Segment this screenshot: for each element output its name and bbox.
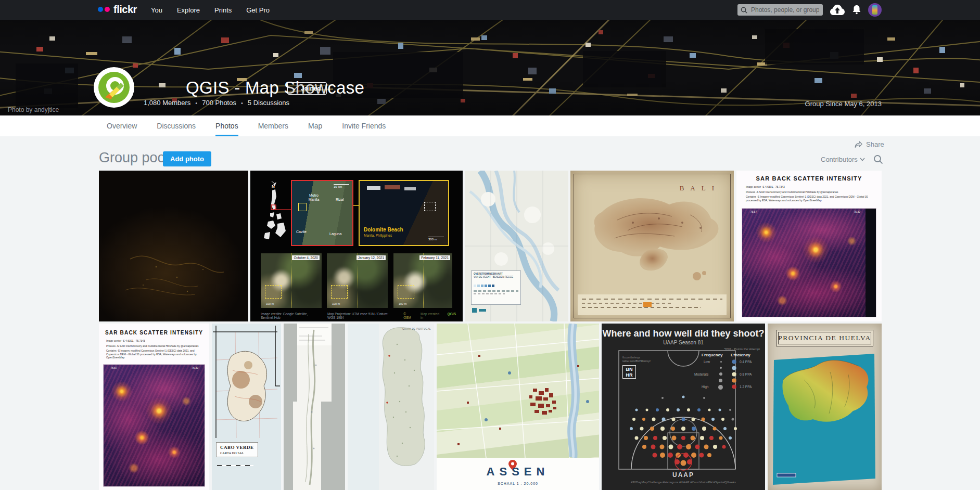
- legend-highlight: [643, 302, 652, 307]
- coord-label: -75.57: [749, 210, 757, 213]
- dolomite-beach-title: Dolomite Beach: [364, 227, 403, 233]
- scale-bar: [217, 465, 253, 466]
- discussions-count[interactable]: 5 Discussions: [248, 99, 289, 107]
- panel-scale: 100 m: [266, 302, 274, 305]
- group-title: QGIS - Map Showcase: [186, 78, 364, 98]
- joined-button[interactable]: ✓ Joined: [287, 82, 327, 95]
- social-links: fb.com/bnhrxyz twitter.com/BNHRdotxyz: [622, 356, 651, 363]
- share-icon: [854, 140, 863, 148]
- contributors-dropdown[interactable]: Contributors: [821, 156, 865, 163]
- nav-item-prints[interactable]: Prints: [214, 6, 232, 14]
- credit-qgis: QGIS: [448, 312, 456, 319]
- shot-chart-subtitle: UAAP Season 81: [602, 340, 765, 345]
- portugal-art: [348, 324, 434, 490]
- legend-04ppa: 0.4 PPA: [740, 360, 752, 364]
- upload-cloud-icon[interactable]: [829, 3, 846, 17]
- search-input[interactable]: [750, 6, 820, 14]
- sar-title: SAR BACK SCATTER INTENSITY: [736, 175, 882, 182]
- credit-projection: Map Projection: UTM zone 51N / Datum: WG…: [327, 312, 396, 319]
- photo-tile-long-coastline-map[interactable]: [284, 324, 345, 490]
- photo-tile-assen[interactable]: ASSEN SCHAAL 1 : 20.000: [437, 324, 599, 490]
- label-metro-manila: Metro Manila: [303, 194, 324, 202]
- sar-line1: Image center -S 4.6301, -75.7343: [746, 185, 871, 189]
- nav-item-explore[interactable]: Explore: [177, 6, 200, 14]
- coord-label: -75.30: [191, 366, 198, 369]
- timeseries-panel-3: February 11, 2021 100 m: [393, 253, 452, 308]
- photo-tile-provincia-de-huelva[interactable]: PROVINCIA DE HUELVA: [768, 324, 882, 490]
- legend-12ppa: 1.2 PPA: [740, 385, 752, 389]
- sar-line2: Process -S SAR Interferometry and multid…: [746, 190, 871, 194]
- notifications-bell-icon[interactable]: [852, 5, 861, 15]
- photo-tile-dolomite-beach[interactable]: N Metro Manila Rizal Cavite Laguna 10 km…: [250, 171, 463, 321]
- huelva-map-art: [768, 349, 882, 490]
- bnhr-logo-bottom: HR: [623, 372, 635, 378]
- bali-title: BALI: [680, 184, 720, 192]
- photo-tile-sar-backscatter-1[interactable]: SAR BACK SCATTER INTENSITY Image center …: [736, 171, 882, 321]
- flood-map-legend: OVERSTROMINGSKAART VAN DE VECHT · BENEDE…: [471, 270, 521, 305]
- cabo-title: CABO VERDE: [220, 445, 254, 450]
- tab-discussions[interactable]: Discussions: [157, 115, 196, 136]
- share-button[interactable]: Share: [854, 140, 884, 148]
- uaap-footer: UAAP: [602, 471, 765, 479]
- sar-meta: Image center -S 4.6301, -75.7343 Process…: [106, 339, 202, 359]
- credit-osm: © OSM: [403, 312, 413, 319]
- label-laguna: Laguna: [329, 232, 341, 236]
- photo-tile-sar-backscatter-2[interactable]: SAR BACK SCATTER INTENSITY Image center …: [99, 324, 209, 490]
- twitter-link: twitter.com/BNHRdotxyz: [622, 359, 651, 363]
- photo-tile-river-flood-map[interactable]: OVERSTROMINGSKAART VAN DE VECHT · BENEDE…: [465, 171, 568, 321]
- legend-moderate: Moderate: [694, 372, 708, 376]
- label-cavite: Cavite: [296, 230, 307, 234]
- group-avatar[interactable]: [94, 67, 134, 108]
- joined-label: Joined: [301, 85, 321, 92]
- huelva-title: PROVINCIA DE HUELVA: [776, 330, 873, 346]
- banner-photo-credit[interactable]: Photo by andyjtice: [8, 106, 59, 113]
- freq-dot: [720, 367, 722, 369]
- freq-dot: [718, 385, 723, 390]
- photo-tile-cabo-verde-sal[interactable]: CABO VERDE CARTA DO SAL: [212, 324, 281, 490]
- credit-imagery: Image credits: Google Satellite, Sentine…: [261, 312, 320, 319]
- photo-tile-uaap-shot-chart[interactable]: Where and how well did they shoot? UAAP …: [602, 324, 765, 490]
- legend-high: High: [702, 385, 708, 389]
- scale-bar: 10 km: [334, 184, 349, 188]
- bnhr-logo: BN HR: [622, 365, 636, 379]
- flickr-wordmark: flickr: [113, 4, 137, 15]
- qgis-logo: [94, 67, 134, 108]
- metro-manila-satellite-inset: Metro Manila Rizal Cavite Laguna 10 km: [291, 180, 353, 246]
- user-avatar[interactable]: [868, 3, 882, 17]
- freq-dot: [719, 379, 722, 382]
- photos-count[interactable]: 700 Photos: [202, 99, 236, 107]
- legend-swatches: [474, 280, 518, 294]
- nav-item-getpro[interactable]: Get Pro: [246, 6, 270, 14]
- credit-made-with: Map created in: [421, 312, 440, 319]
- photo-tile-bali[interactable]: BALI: [570, 171, 734, 321]
- tab-invite-friends[interactable]: Invite Friends: [342, 115, 386, 136]
- dark-relief-art: [99, 171, 248, 321]
- nav-item-you[interactable]: You: [151, 6, 162, 14]
- legend-efficiency-header: Efficiency: [731, 353, 750, 357]
- photo-tile-carta-de-portugal[interactable]: CARTA DE PORTUGAL: [348, 324, 434, 490]
- ship: [367, 186, 380, 190]
- map-credits: Image credits: Google Satellite, Sentine…: [261, 312, 456, 319]
- pool-search-icon[interactable]: [873, 154, 883, 164]
- top-nav: flickr You Explore Prints Get Pro: [0, 0, 980, 20]
- sar-meta: Image center -S 4.6301, -75.7343 Process…: [746, 185, 871, 202]
- legend-08ppa: 0.8 PPA: [740, 372, 752, 376]
- tab-members[interactable]: Members: [258, 115, 288, 136]
- panel-date: February 11, 2021: [419, 255, 450, 260]
- timeseries-panel-1: October 4, 2020 100 m: [261, 253, 322, 308]
- portugal-title: CARTA DE PORTUGAL: [402, 328, 431, 330]
- cabo-verde-label: CABO VERDE CARTA DO SAL: [216, 442, 258, 457]
- flickr-logo[interactable]: flickr: [98, 4, 137, 15]
- add-photo-button[interactable]: Add photo: [163, 151, 211, 166]
- panel-date: January 12, 2021: [357, 255, 386, 260]
- photo-tile-dark-relief[interactable]: [99, 171, 248, 321]
- sar-map: -75.57 -75.30: [742, 208, 876, 317]
- tab-overview[interactable]: Overview: [107, 115, 137, 136]
- ship: [385, 185, 400, 189]
- group-since: Group Since May 6, 2013: [805, 100, 882, 108]
- tab-photos[interactable]: Photos: [215, 115, 238, 136]
- tab-map[interactable]: Map: [308, 115, 322, 136]
- global-search[interactable]: [737, 4, 823, 16]
- hashtags: #30DayMapChallenge #Hexagons #UAAP #Cour…: [602, 481, 765, 484]
- check-icon: ✓: [293, 85, 298, 92]
